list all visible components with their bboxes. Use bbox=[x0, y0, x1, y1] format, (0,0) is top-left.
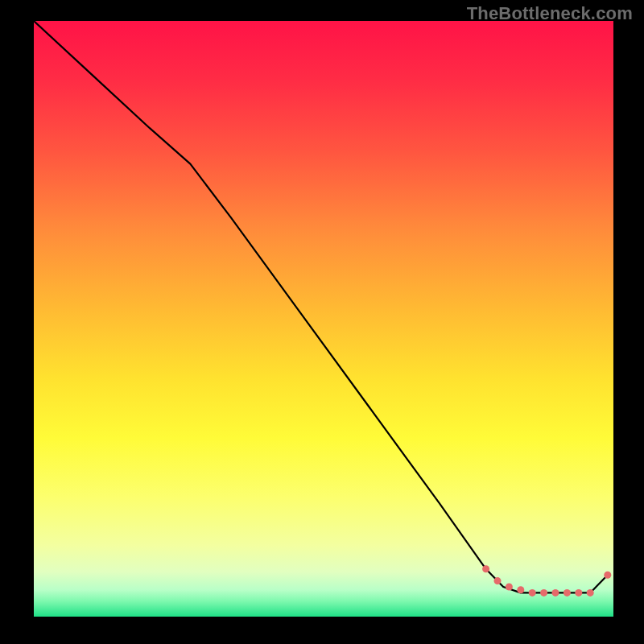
highlight-dot bbox=[517, 586, 524, 593]
highlight-dot bbox=[529, 589, 536, 597]
highlight-dot bbox=[482, 565, 489, 572]
gradient-background bbox=[34, 21, 613, 617]
chart-svg bbox=[34, 21, 613, 617]
highlight-dot bbox=[540, 589, 547, 597]
highlight-dot bbox=[587, 589, 594, 597]
highlight-dot bbox=[604, 572, 611, 579]
highlight-dot bbox=[575, 589, 582, 597]
highlight-dot bbox=[564, 589, 571, 597]
highlight-dot bbox=[552, 589, 559, 597]
highlight-dot bbox=[506, 584, 513, 591]
figure-root: TheBottleneck.com bbox=[0, 0, 644, 644]
highlight-dot bbox=[494, 577, 502, 584]
plot-area bbox=[34, 21, 613, 617]
